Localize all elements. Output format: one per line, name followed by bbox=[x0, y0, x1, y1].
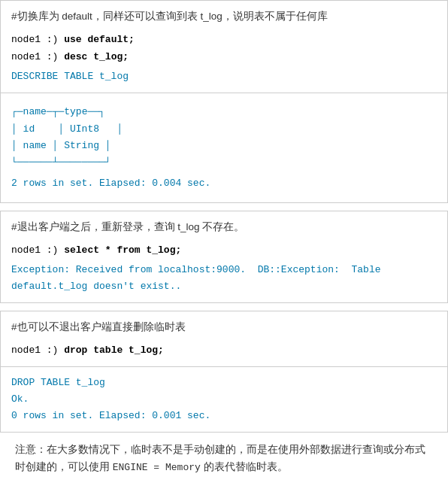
cmd2: node1 :) desc t_log; bbox=[11, 48, 437, 65]
output3-line1: DROP TABLE t_log bbox=[11, 375, 437, 391]
table-footer-row: └──────┴────────┘ bbox=[11, 154, 437, 171]
table-output: ┌─name─┬─type──┐ │ id │ UInt8 │ │ name │… bbox=[11, 104, 437, 191]
comment2: #退出客户端之后，重新登录，查询 t_log 不存在。 bbox=[11, 219, 437, 235]
commands1: node1 :) use default; node1 :) desc t_lo… bbox=[11, 31, 437, 66]
section1-block: #切换库为 default，同样还可以查询到表 t_log，说明表不属于任何库 … bbox=[0, 0, 448, 93]
output-label1: DESCRIBE TABLE t_log bbox=[11, 68, 437, 85]
comment1: #切换库为 default，同样还可以查询到表 t_log，说明表不属于任何库 bbox=[11, 8, 437, 25]
note-block: 注意：在大多数情况下，临时表不是手动创建的，而是在使用外部数据进行查询或分布式时… bbox=[0, 433, 448, 485]
output3-line2: Ok. bbox=[11, 391, 437, 408]
output3: DROP TABLE t_log Ok. 0 rows in set. Elap… bbox=[11, 375, 437, 424]
commands2: node1 :) select * from t_log; bbox=[11, 241, 437, 259]
commands3: node1 :) drop table t_log; bbox=[11, 342, 437, 359]
comment3: #也可以不退出客户端直接删除临时表 bbox=[11, 319, 437, 335]
output2-line2: default.t_log doesn't exist.. bbox=[11, 278, 437, 295]
table-header-row: ┌─name─┬─type──┐ bbox=[11, 104, 437, 120]
output3-line3: 0 rows in set. Elapsed: 0.001 sec. bbox=[11, 408, 437, 424]
section3-block: #也可以不退出客户端直接删除临时表 node1 :) drop table t_… bbox=[0, 311, 448, 367]
section3-output-block: DROP TABLE t_log Ok. 0 rows in set. Elap… bbox=[0, 366, 448, 433]
engine-keyword: ENGINE = Memory bbox=[113, 462, 201, 473]
cmd3: node1 :) select * from t_log; bbox=[11, 241, 437, 259]
section2-block: #退出客户端之后，重新登录，查询 t_log 不存在。 node1 :) sel… bbox=[0, 211, 448, 303]
table-result-block: ┌─name─┬─type──┐ │ id │ UInt8 │ │ name │… bbox=[0, 93, 448, 202]
gap1 bbox=[0, 203, 448, 211]
cmd1: node1 :) use default; bbox=[11, 31, 437, 48]
table-row-id: │ id │ UInt8 │ bbox=[11, 121, 437, 138]
note-text: 注意：在大多数情况下，临时表不是手动创建的，而是在使用外部数据进行查询或分布式时… bbox=[15, 444, 425, 472]
table-row-name: │ name │ String │ bbox=[11, 138, 437, 154]
output2: Exception: Received from localhost:9000.… bbox=[11, 262, 437, 295]
cmd4: node1 :) drop table t_log; bbox=[11, 342, 437, 359]
output2-line1: Exception: Received from localhost:9000.… bbox=[11, 262, 437, 278]
gap2 bbox=[0, 303, 448, 311]
table-summary: 2 rows in set. Elapsed: 0.004 sec. bbox=[11, 175, 437, 192]
